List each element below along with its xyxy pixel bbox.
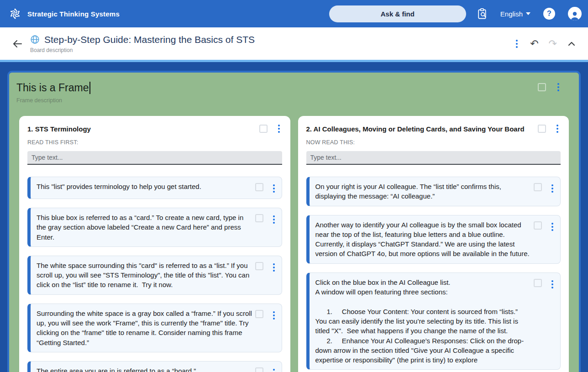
card-checkbox[interactable] [255,214,263,222]
list-checkbox[interactable] [259,125,268,133]
card-text: Another way to identify your AI colleagu… [315,220,531,259]
card-kebab-menu-icon[interactable] [271,367,277,372]
frame-title: This is a Frame [16,82,89,94]
card-kebab-menu-icon[interactable] [271,262,277,273]
ask-and-find-button[interactable]: Ask & find [329,5,466,22]
language-label: English [500,10,523,18]
help-icon[interactable]: ? [543,8,555,20]
card[interactable]: This blue box is referred to as a “card.… [27,208,282,247]
card-kebab-menu-icon[interactable] [549,183,556,194]
card-checkbox[interactable] [255,183,263,191]
card-checkbox[interactable] [534,279,542,287]
card-kebab-menu-icon[interactable] [271,183,277,194]
app-bar: Strategic Thinking Systems Ask & find En… [0,0,588,27]
frame-description[interactable]: Frame description [16,97,569,104]
frame[interactable]: This is a Frame Frame description 1. STS… [7,71,581,372]
back-arrow-icon[interactable] [11,37,24,50]
new-card-input[interactable] [27,151,282,165]
board-canvas[interactable]: This is a Frame Frame description 1. STS… [0,62,588,372]
board-description[interactable]: Board description [30,47,255,53]
new-card-input[interactable] [306,151,561,165]
card-text: This "list" provides terminology to help… [37,182,252,194]
board-title[interactable]: Step-by-Step Guide: Mastering the Basics… [44,34,255,45]
card-checkbox[interactable] [534,183,542,191]
card-text: Surrounding the white space is a gray bo… [37,309,252,347]
card[interactable]: Click on the blue box in the AI Colleagu… [306,272,561,370]
board-header: Step-by-Step Guide: Mastering the Basics… [0,27,588,60]
brand-title: Strategic Thinking Systems [27,10,120,18]
card-checkbox[interactable] [255,310,263,318]
card-checkbox[interactable] [534,221,542,230]
redo-icon[interactable]: ↷ [549,39,557,49]
card-kebab-menu-icon[interactable] [271,310,277,321]
avatar-icon[interactable] [568,7,582,21]
list-title[interactable]: 2. AI Colleagues, Moving or Deleting Car… [306,125,538,133]
undo-icon[interactable]: ↶ [530,39,538,49]
list-checkbox[interactable] [538,125,546,133]
card[interactable]: Another way to identify your AI colleagu… [306,215,561,264]
card-kebab-menu-icon[interactable] [549,279,556,290]
collapse-chevron-icon[interactable] [567,39,576,48]
card[interactable]: The white space surrounding this "card" … [27,256,282,295]
card-text: This blue box is referred to as a “card.… [37,213,252,242]
card-text: Click on the blue box in the AI Colleagu… [315,278,531,365]
logo-swirl-icon [7,6,23,21]
list-sts-terminology: 1. STS Terminology READ THIS FIRST: This… [19,116,290,372]
card-kebab-menu-icon[interactable] [549,221,556,232]
text-cursor [89,82,90,94]
chevron-down-icon [526,12,530,15]
card[interactable]: Surrounding the white space is a gray bo… [27,304,282,352]
list-kebab-menu-icon[interactable] [554,123,561,134]
card-text: The entire area you are in is referred t… [37,366,252,372]
frame-checkbox[interactable] [538,83,546,91]
list-kebab-menu-icon[interactable] [276,123,282,134]
help-glyph: ? [547,10,551,18]
card[interactable]: This "list" provides terminology to help… [27,177,282,199]
board-search-icon[interactable] [477,8,488,20]
frame-kebab-menu-icon[interactable] [555,82,562,93]
ask-and-find-label: Ask & find [381,10,415,18]
list-subheading: READ THIS FIRST: [27,139,282,146]
card-text: On your right is your AI colleague. The … [315,182,531,201]
card[interactable]: On your right is your AI colleague. The … [306,177,561,206]
card-kebab-menu-icon[interactable] [271,214,277,225]
globe-icon [30,35,40,44]
list-title[interactable]: 1. STS Terminology [27,125,259,133]
card-text: The white space surrounding this "card" … [37,261,252,290]
card[interactable]: The entire area you are in is referred t… [27,361,282,372]
list-subheading: NOW READ THIS: [306,139,561,146]
board-kebab-menu-icon[interactable] [514,38,520,49]
card-checkbox[interactable] [255,367,263,372]
frame-title-field[interactable]: This is a Frame [16,82,90,94]
list-ai-colleagues: 2. AI Colleagues, Moving or Deleting Car… [298,116,569,372]
card-checkbox[interactable] [255,262,263,270]
language-selector[interactable]: English [500,10,530,18]
